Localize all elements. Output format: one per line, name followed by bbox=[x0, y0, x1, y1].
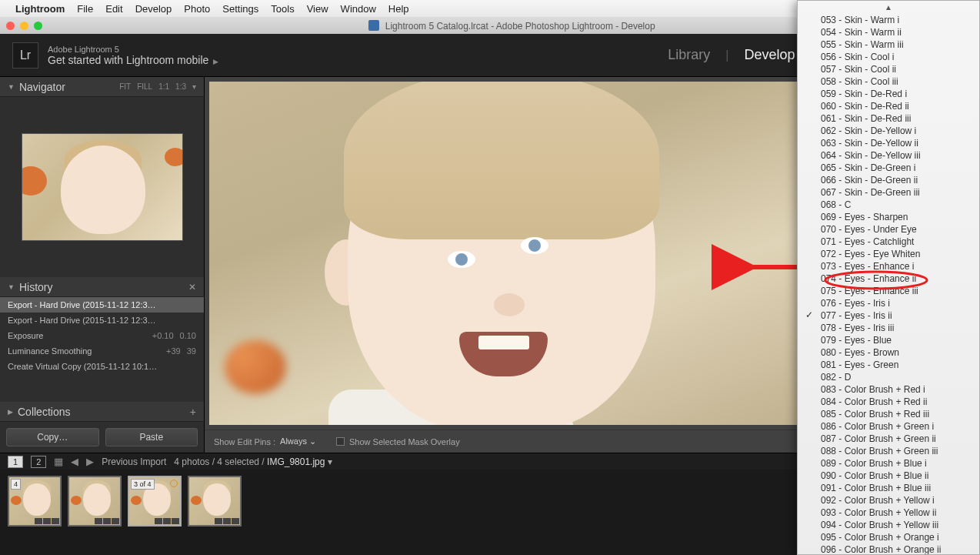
preset-item[interactable]: 075 - Eyes - Enhance iii bbox=[798, 285, 979, 297]
preset-item[interactable]: 095 - Color Brush + Orange i bbox=[798, 531, 979, 543]
chevron-down-icon[interactable]: ▾ bbox=[328, 456, 332, 467]
menu-photo[interactable]: Photo bbox=[184, 3, 210, 15]
preset-item[interactable]: 061 - Skin - De-Red iii bbox=[798, 112, 979, 125]
history-row[interactable]: Exposure+0.100.10 bbox=[0, 328, 204, 343]
nav-1to3[interactable]: 1:3 bbox=[175, 82, 186, 91]
preset-item[interactable]: 079 - Eyes - Blue bbox=[798, 334, 979, 346]
preset-item[interactable]: 071 - Eyes - Catchlight bbox=[798, 236, 979, 248]
preset-item[interactable]: 088 - Color Brush + Green iii bbox=[798, 445, 979, 457]
mask-overlay-checkbox[interactable] bbox=[336, 437, 345, 446]
menu-develop[interactable]: Develop bbox=[135, 3, 172, 15]
nav-fit[interactable]: FIT bbox=[119, 82, 131, 91]
screen-2[interactable]: 2 bbox=[31, 456, 46, 468]
nav-fill[interactable]: FILL bbox=[137, 82, 152, 91]
preset-item[interactable]: 067 - Skin - De-Green iii bbox=[798, 186, 979, 199]
prev-photo-icon[interactable]: ◀ bbox=[71, 456, 78, 467]
preset-item[interactable]: 055 - Skin - Warm iii bbox=[798, 38, 979, 51]
preset-item[interactable]: 070 - Eyes - Under Eye bbox=[798, 223, 979, 236]
history-title: History bbox=[19, 281, 53, 293]
menu-edit[interactable]: Edit bbox=[105, 3, 122, 15]
filmstrip-thumbnail[interactable]: 3 of 4 bbox=[128, 476, 182, 527]
preset-item[interactable]: 068 - C bbox=[798, 199, 979, 211]
paste-button[interactable]: Paste bbox=[105, 428, 198, 446]
nav-1to1[interactable]: 1:1 bbox=[158, 82, 169, 91]
module-develop[interactable]: Develop bbox=[744, 47, 795, 63]
history-row[interactable]: Export - Hard Drive (2015-11-12 12:3… bbox=[0, 297, 204, 313]
navigator-thumbnail[interactable] bbox=[22, 133, 183, 241]
preset-item[interactable]: 096 - Color Brush + Orange ii bbox=[798, 543, 979, 555]
menu-settings[interactable]: Settings bbox=[222, 3, 258, 15]
preset-item[interactable]: 093 - Color Brush + Yellow ii bbox=[798, 507, 979, 519]
history-row[interactable]: Create Virtual Copy (2015-11-12 10:1… bbox=[0, 359, 204, 374]
grid-icon[interactable]: ▦ bbox=[54, 456, 63, 467]
copy-button[interactable]: Copy… bbox=[6, 428, 99, 446]
filmstrip-thumbnail[interactable]: 4 bbox=[8, 476, 62, 527]
preset-item[interactable]: 090 - Color Brush + Blue ii bbox=[798, 470, 979, 482]
preset-item[interactable]: 083 - Color Brush + Red i bbox=[798, 383, 979, 396]
navigator-title: Navigator bbox=[19, 81, 65, 93]
collections-header[interactable]: ▶ Collections + bbox=[0, 402, 204, 422]
menu-file[interactable]: File bbox=[77, 3, 93, 15]
preset-item[interactable]: 092 - Color Brush + Yellow i bbox=[798, 494, 979, 507]
close-button[interactable] bbox=[6, 22, 15, 30]
history-header[interactable]: ▼ History ✕ bbox=[0, 277, 204, 297]
disclosure-triangle-icon[interactable]: ▼ bbox=[8, 83, 15, 91]
filmstrip-thumbnail[interactable] bbox=[188, 476, 242, 527]
filmstrip-thumbnail[interactable] bbox=[68, 476, 122, 527]
menu-tools[interactable]: Tools bbox=[271, 3, 294, 15]
preset-item[interactable]: 094 - Color Brush + Yellow iii bbox=[798, 519, 979, 531]
preset-item[interactable]: ✓077 - Eyes - Iris ii bbox=[798, 309, 979, 322]
preset-item[interactable]: 064 - Skin - De-Yellow iii bbox=[798, 149, 979, 162]
history-row[interactable]: Luminance Smoothing+3939 bbox=[0, 343, 204, 359]
preset-item[interactable]: 091 - Color Brush + Blue iii bbox=[798, 482, 979, 494]
preset-item[interactable]: 065 - Skin - De-Green i bbox=[798, 162, 979, 174]
preset-item[interactable]: 087 - Color Brush + Green ii bbox=[798, 433, 979, 445]
preset-item[interactable]: 069 - Eyes - Sharpen bbox=[798, 211, 979, 223]
menu-help[interactable]: Help bbox=[388, 3, 409, 15]
preset-item[interactable]: 081 - Eyes - Green bbox=[798, 359, 979, 371]
preset-item[interactable]: 084 - Color Brush + Red ii bbox=[798, 396, 979, 408]
left-panel: ▼ Navigator FIT FILL 1:1 1:3 ▾ ▼ History… bbox=[0, 77, 205, 453]
preset-item[interactable]: 082 - D bbox=[798, 371, 979, 383]
next-photo-icon[interactable]: ▶ bbox=[86, 456, 94, 467]
preset-item[interactable]: 056 - Skin - Cool i bbox=[798, 51, 979, 63]
preset-item[interactable]: 053 - Skin - Warm i bbox=[798, 14, 979, 26]
zoom-button[interactable] bbox=[34, 22, 42, 30]
preset-item[interactable]: 057 - Skin - Cool ii bbox=[798, 63, 979, 75]
navigator-header[interactable]: ▼ Navigator FIT FILL 1:1 1:3 ▾ bbox=[0, 77, 204, 97]
preset-item[interactable]: 066 - Skin - De-Green ii bbox=[798, 174, 979, 186]
history-row[interactable]: Export - Hard Drive (2015-11-12 12:3… bbox=[0, 313, 204, 328]
minimize-button[interactable] bbox=[20, 22, 28, 30]
menu-app[interactable]: Lightroom bbox=[15, 3, 65, 15]
menu-window[interactable]: Window bbox=[341, 3, 376, 15]
preset-item[interactable]: 054 - Skin - Warm ii bbox=[798, 26, 979, 38]
pins-dropdown[interactable]: Always ⌄ bbox=[280, 436, 316, 446]
preset-item[interactable]: 078 - Eyes - Iris iii bbox=[798, 322, 979, 334]
preset-item[interactable]: 062 - Skin - De-Yellow i bbox=[798, 125, 979, 137]
source-label[interactable]: Previous Import bbox=[102, 456, 166, 467]
preset-item[interactable]: 073 - Eyes - Enhance i bbox=[798, 260, 979, 272]
preset-item[interactable]: 085 - Color Brush + Red iii bbox=[798, 408, 979, 420]
preset-item[interactable]: 063 - Skin - De-Yellow ii bbox=[798, 137, 979, 149]
preset-item[interactable]: 072 - Eyes - Eye Whiten bbox=[798, 248, 979, 260]
preset-item[interactable]: 086 - Color Brush + Green i bbox=[798, 420, 979, 433]
module-library[interactable]: Library bbox=[668, 47, 710, 63]
disclosure-triangle-icon[interactable]: ▼ bbox=[8, 283, 15, 291]
navigator-body[interactable] bbox=[0, 97, 204, 277]
menu-view[interactable]: View bbox=[307, 3, 328, 15]
disclosure-triangle-icon[interactable]: ▶ bbox=[8, 408, 13, 416]
chevron-down-icon[interactable]: ▾ bbox=[192, 82, 196, 91]
screen-1[interactable]: 1 bbox=[8, 456, 23, 468]
identity-plate[interactable]: Adobe Lightroom 5 Get started with Light… bbox=[48, 45, 218, 66]
preset-item[interactable]: 080 - Eyes - Brown bbox=[798, 346, 979, 359]
preset-item[interactable]: 089 - Color Brush + Blue i bbox=[798, 457, 979, 470]
preset-item[interactable]: 076 - Eyes - Iris i bbox=[798, 297, 979, 309]
preset-item[interactable]: 058 - Skin - Cool iii bbox=[798, 75, 979, 88]
preset-item[interactable]: 059 - Skin - De-Red i bbox=[798, 88, 979, 100]
history-clear-icon[interactable]: ✕ bbox=[188, 282, 196, 293]
add-collection-icon[interactable]: + bbox=[190, 406, 196, 418]
preset-item[interactable]: 074 - Eyes - Enhance ii bbox=[798, 272, 979, 285]
checkmark-icon: ✓ bbox=[805, 309, 813, 320]
preset-item[interactable]: 060 - Skin - De-Red ii bbox=[798, 100, 979, 112]
scroll-up-icon[interactable]: ▲ bbox=[798, 1, 979, 14]
